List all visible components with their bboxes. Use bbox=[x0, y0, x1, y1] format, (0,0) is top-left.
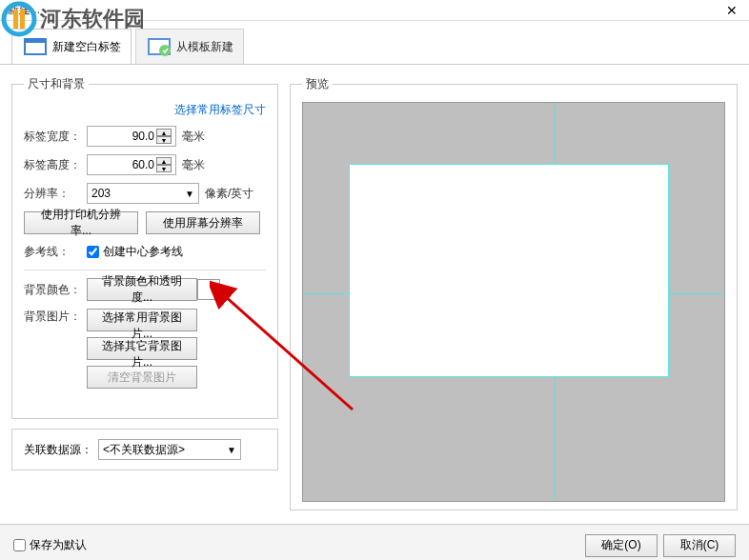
resolution-unit: 像素/英寸 bbox=[205, 186, 253, 202]
svg-rect-4 bbox=[25, 39, 46, 43]
data-source-value: <不关联数据源> bbox=[103, 442, 185, 458]
width-unit: 毫米 bbox=[182, 129, 205, 145]
common-size-link[interactable]: 选择常用标签尺寸 bbox=[174, 103, 266, 116]
blank-label-icon bbox=[22, 33, 49, 60]
resolution-value: 203 bbox=[91, 187, 111, 200]
bg-image-clear-button: 清空背景图片 bbox=[87, 366, 197, 389]
data-source-label: 关联数据源： bbox=[24, 442, 98, 458]
chevron-down-icon: ▼ bbox=[227, 445, 236, 455]
save-default-text: 保存为默认 bbox=[30, 537, 87, 553]
save-default-label[interactable]: 保存为默认 bbox=[13, 537, 87, 553]
tab-blank-label[interactable]: 新建空白标签 bbox=[11, 29, 132, 64]
close-icon[interactable]: ✕ bbox=[722, 3, 741, 18]
bg-image-label: 背景图片： bbox=[24, 309, 87, 325]
height-label: 标签高度： bbox=[24, 157, 87, 173]
width-input[interactable]: ▲▼ bbox=[87, 126, 176, 147]
guide-checkbox[interactable] bbox=[87, 246, 99, 258]
bg-image-other-button[interactable]: 选择其它背景图片... bbox=[87, 337, 197, 360]
preview-group: 预览 bbox=[290, 76, 738, 510]
footer: 保存为默认 确定(O) 取消(C) bbox=[0, 524, 749, 560]
save-default-checkbox[interactable] bbox=[13, 539, 26, 551]
preview-legend: 预览 bbox=[302, 76, 333, 92]
title-bar: 新建... ✕ bbox=[0, 0, 749, 21]
height-input[interactable]: ▲▼ bbox=[87, 154, 176, 175]
cancel-button[interactable]: 取消(C) bbox=[663, 534, 736, 557]
height-unit: 毫米 bbox=[182, 157, 205, 173]
tab-template-text: 从模板新建 bbox=[176, 39, 233, 55]
size-background-group: 尺寸和背景 选择常用标签尺寸 标签宽度： ▲▼ 毫米 标签高度： ▲▼ 毫米 bbox=[11, 76, 278, 419]
height-field[interactable] bbox=[88, 158, 154, 171]
use-screen-res-button[interactable]: 使用屏幕分辨率 bbox=[146, 211, 260, 234]
width-spinner[interactable]: ▲▼ bbox=[156, 129, 172, 144]
height-spinner[interactable]: ▲▼ bbox=[156, 157, 172, 172]
bg-image-common-button[interactable]: 选择常用背景图片... bbox=[87, 309, 197, 331]
label-canvas bbox=[349, 164, 669, 377]
tab-bar: 新建空白标签 从模板新建 bbox=[0, 25, 749, 65]
bg-color-swatch[interactable] bbox=[197, 279, 220, 300]
bg-color-label: 背景颜色： bbox=[24, 282, 87, 298]
svg-point-6 bbox=[159, 45, 171, 56]
use-printer-res-button[interactable]: 使用打印机分辨率... bbox=[24, 211, 138, 234]
window-title: 新建... bbox=[8, 2, 40, 18]
ok-button[interactable]: 确定(O) bbox=[585, 534, 658, 557]
size-group-legend: 尺寸和背景 bbox=[24, 76, 89, 92]
resolution-combo[interactable]: 203 ▼ bbox=[87, 183, 199, 204]
template-icon bbox=[146, 33, 172, 60]
guide-check-label: 创建中心参考线 bbox=[103, 244, 183, 260]
resolution-label: 分辨率： bbox=[24, 186, 87, 202]
guide-label: 参考线： bbox=[24, 244, 87, 260]
width-field[interactable] bbox=[88, 130, 154, 143]
tab-template[interactable]: 从模板新建 bbox=[135, 29, 244, 64]
width-label: 标签宽度： bbox=[24, 129, 87, 145]
preview-canvas-area bbox=[302, 102, 725, 502]
tab-blank-text: 新建空白标签 bbox=[52, 39, 121, 55]
data-source-combo[interactable]: <不关联数据源> ▼ bbox=[98, 439, 241, 460]
bg-color-button[interactable]: 背景颜色和透明度... bbox=[87, 278, 197, 301]
chevron-down-icon: ▼ bbox=[185, 189, 194, 199]
data-source-group: 关联数据源： <不关联数据源> ▼ bbox=[11, 429, 278, 470]
